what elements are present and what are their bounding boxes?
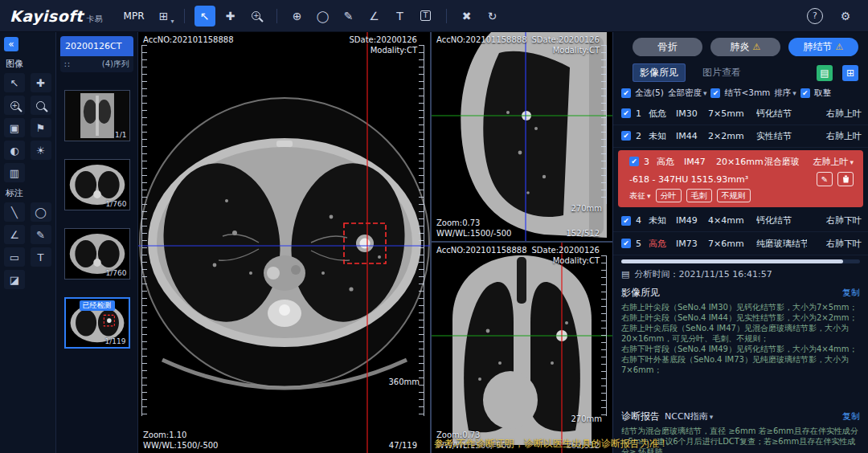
report-export-button[interactable]: ▤	[817, 65, 833, 81]
help-button[interactable]: ?	[807, 8, 823, 24]
pencil-tool-button[interactable]: ✎	[338, 6, 359, 27]
check-icon: ✔	[623, 132, 629, 140]
mode-fracture-button[interactable]: 骨折	[633, 38, 702, 56]
rail-pencil-button[interactable]: ✎	[31, 225, 51, 244]
density-filter-dropdown[interactable]: 全部密度▾	[668, 88, 707, 99]
series-thumbnail-axial-1[interactable]: 1/760	[64, 159, 130, 210]
gallery-layout-button[interactable]: ⊞	[842, 65, 858, 81]
rail-eraser-button[interactable]: ◪	[4, 270, 25, 289]
rail-rect-button[interactable]: ▭	[4, 247, 25, 267]
scrollbar-thumb[interactable]	[621, 259, 843, 263]
nodule-location-dropdown[interactable]: 左肺上叶▾	[804, 156, 854, 168]
edit-nodule-button[interactable]: ✎	[817, 172, 833, 186]
flag-icon: ⚑	[36, 122, 46, 134]
rail-copy-button[interactable]: ▣	[4, 118, 25, 137]
coronal-modality: Modality:CT	[531, 255, 600, 266]
textbox-tool-button[interactable]: T	[416, 6, 436, 27]
toolbar-divider	[446, 9, 447, 23]
angle-icon: ∠	[369, 10, 379, 22]
mode-pneumonia-button[interactable]: 肺炎 ⚠	[710, 38, 780, 56]
row-checkbox[interactable]: ✔	[621, 239, 631, 248]
check-icon: ✔	[631, 157, 637, 165]
crosshair-icon: ⊕	[293, 10, 302, 22]
row-checkbox[interactable]: ✔	[621, 108, 631, 118]
collapse-panel-button[interactable]: «	[4, 37, 18, 51]
analysis-time-row: ▤ 分析时间：2021/11/15 16:41:57	[613, 266, 868, 283]
select-all-label[interactable]: 全选(5)	[635, 88, 664, 99]
nodule-type: 钙化结节	[756, 214, 807, 226]
rail-flag-button[interactable]: ⚑	[31, 118, 51, 137]
settings-button[interactable]: ⚙	[835, 6, 856, 27]
tab-findings[interactable]: 影像所见	[633, 63, 686, 82]
clear-annotations-button[interactable]: ✖	[457, 6, 477, 27]
series-thumbnail-detected[interactable]: 已经检测 1/119	[64, 297, 130, 349]
delete-nodule-button[interactable]	[837, 172, 854, 186]
small-nodule-label[interactable]: 结节<3mm	[724, 88, 770, 99]
edit-icon: ✎	[821, 175, 828, 184]
nodule-row-3-selected[interactable]: ✔ 3 高危 IM47 20×16mm 混合磨玻璃结节▾ 左肺上叶▾ -618 …	[618, 150, 863, 207]
rail-text-button[interactable]: T	[31, 247, 51, 267]
crosshair-tool-button[interactable]: ⊕	[287, 6, 308, 27]
report-icon: ▤	[820, 67, 829, 79]
rail-histogram-button[interactable]: ▥	[4, 163, 25, 182]
tab-image-view[interactable]: 图片查看	[695, 63, 748, 82]
feature-tag[interactable]: 不规则	[717, 189, 751, 202]
nodule-row-5[interactable]: ✔ 5 高危 IM73 7×6mm 纯磨玻璃结节 右肺下叶	[613, 232, 868, 255]
rail-angle-button[interactable]: ∠	[4, 225, 25, 244]
nodule-location: 右肺上叶	[812, 130, 862, 142]
zoom-tool-button[interactable]	[246, 6, 267, 27]
text-tool-button[interactable]: T	[390, 6, 411, 27]
study-header[interactable]: 20200126CT	[60, 36, 133, 56]
viewport-sagittal[interactable]: AccNO:202101158888 SDate:20200126 Modali…	[432, 32, 612, 241]
round-checkbox[interactable]: ✔	[800, 88, 810, 98]
rail-ellipse-button[interactable]: ◯	[31, 202, 51, 222]
cursor-tool-button[interactable]: ↖	[194, 6, 215, 27]
nodule-row-4[interactable]: ✔ 4 未知 IM49 4×4mm 钙化结节 右肺下叶	[613, 210, 868, 232]
rail-zoom-in-button[interactable]	[4, 96, 25, 115]
pan-tool-button[interactable]: ✚	[220, 6, 241, 27]
findings-section-header: 影像所见 复制	[613, 283, 868, 301]
nodule-size: 4×4mm	[708, 215, 751, 226]
viewport-coronal[interactable]: AccNO:202101158888 SDate:20200126 Modali…	[432, 243, 612, 453]
nodule-row-3[interactable]: ✔ 3 高危 IM47 20×16mm 混合磨玻璃结节▾ 左肺上叶▾	[621, 152, 860, 171]
analysis-time: 分析时间：2021/11/15 16:41:57	[634, 268, 772, 280]
select-all-checkbox[interactable]: ✔	[621, 88, 631, 98]
row-checkbox[interactable]: ✔	[621, 131, 631, 141]
rail-contrast-button[interactable]: ◐	[4, 141, 25, 160]
nodule-row-1[interactable]: ✔ 1 低危 IM30 7×5mm 钙化结节 右肺上叶	[613, 102, 868, 124]
viewport-axial[interactable]: AccNO:202101158888 SDate:20200126 Modali…	[138, 32, 430, 453]
drag-handle-icon[interactable]: ∷	[64, 60, 69, 69]
axial-ct-image	[138, 32, 430, 453]
sort-dropdown[interactable]: 排序▾	[774, 88, 796, 99]
copy-findings-button[interactable]: 复制	[842, 287, 860, 299]
axial-zoom: Zoom:1.10	[143, 430, 219, 440]
nodule-row-2[interactable]: ✔ 2 未知 IM44 2×2mm 实性结节 右肺上叶	[613, 125, 868, 148]
sagittal-accno: AccNO:202101158888	[436, 35, 527, 45]
guideline-dropdown[interactable]: NCCN指南▾	[665, 410, 713, 422]
rail-pan-button[interactable]: ✚	[31, 73, 51, 92]
table-scrollbar[interactable]	[621, 259, 860, 263]
rail-brightness-button[interactable]: ☀	[31, 141, 51, 160]
reset-rotate-button[interactable]: ↻	[482, 6, 503, 27]
round-label[interactable]: 取整	[814, 88, 831, 99]
rail-search-button[interactable]	[31, 96, 51, 115]
mode-lung-nodule-button[interactable]: 肺结节 ⚠	[788, 38, 858, 56]
row-checkbox[interactable]: ✔	[621, 216, 631, 226]
collapse-icon: «	[8, 39, 14, 50]
series-thumbnail-scout[interactable]: 1/1	[64, 90, 130, 141]
nodule-type-dropdown[interactable]: 混合磨玻璃结节▾	[764, 156, 799, 168]
rail-line-button[interactable]: ╲	[4, 202, 25, 222]
feature-tag[interactable]: 分叶	[656, 189, 682, 202]
feature-dropdown[interactable]: 表征▾	[629, 190, 651, 202]
small-nodule-checkbox[interactable]: ✔	[710, 88, 720, 98]
feature-tag[interactable]: 毛刺	[686, 189, 712, 202]
copy-report-button[interactable]: 复制	[842, 410, 860, 422]
help-icon: ?	[813, 10, 817, 21]
series-count: (4)序列	[102, 59, 129, 70]
ellipse-tool-button[interactable]: ◯	[313, 6, 334, 27]
row-checkbox[interactable]: ✔	[629, 157, 639, 166]
series-thumbnail-axial-2[interactable]: 1/760	[64, 228, 130, 280]
angle-tool-button[interactable]: ∠	[364, 6, 385, 27]
rail-cursor-button[interactable]: ↖	[4, 73, 25, 92]
layout-select-button[interactable]: ⊞ ▾	[154, 6, 174, 27]
